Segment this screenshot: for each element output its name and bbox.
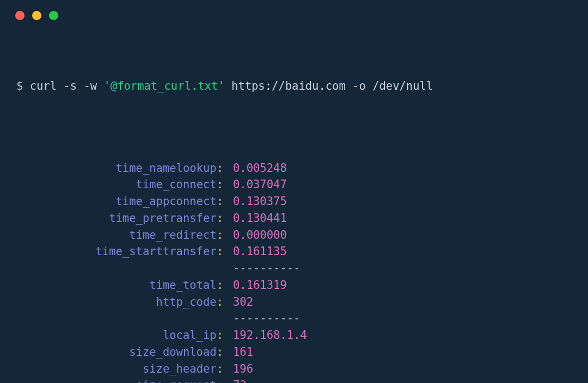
- output-block: time_namelookup:0.005248time_connect:0.0…: [16, 160, 572, 384]
- metric-row: time_redirect:0.000000: [16, 227, 572, 244]
- metric-row: time_connect:0.037047: [16, 176, 572, 193]
- metric-key: time_pretransfer: [109, 212, 216, 225]
- colon: :: [217, 178, 223, 191]
- window-controls: [0, 0, 588, 20]
- metric-key: time_starttransfer: [95, 245, 216, 258]
- colon: :: [217, 279, 223, 292]
- metric-value: 302: [223, 294, 253, 311]
- command-part1: curl -s -w: [30, 79, 97, 92]
- metric-value: 0.037047: [223, 176, 287, 193]
- metric-row: local_ip:192.168.1.4: [16, 327, 572, 344]
- colon: :: [217, 162, 223, 175]
- separator-dashes: ----------: [223, 260, 300, 277]
- colon: :: [217, 295, 223, 308]
- colon: :: [217, 379, 223, 383]
- metric-key: time_namelookup: [116, 162, 217, 175]
- metric-row: time_pretransfer:0.130441: [16, 210, 572, 227]
- metric-value: 192.168.1.4: [223, 327, 307, 344]
- metric-row: time_namelookup:0.005248: [16, 160, 572, 177]
- metric-key: local_ip: [163, 329, 217, 342]
- metric-row: time_appconnect:0.130375: [16, 193, 572, 210]
- command-string-arg: '@format_curl.txt': [103, 79, 224, 92]
- metric-value: 0.000000: [223, 227, 287, 244]
- metric-key: size_request: [136, 379, 217, 383]
- metric-key: size_download: [129, 345, 216, 359]
- colon: :: [217, 245, 223, 258]
- metric-value: 196: [223, 361, 253, 378]
- separator-dashes: ----------: [223, 310, 300, 327]
- metric-row: size_request:73: [16, 377, 572, 383]
- metric-key: time_connect: [136, 178, 217, 191]
- metric-row: size_download:161: [16, 344, 572, 361]
- separator-row: ----------: [16, 260, 572, 277]
- metric-value: 161: [223, 344, 253, 361]
- separator-row: ----------: [16, 310, 572, 327]
- metric-value: 0.161319: [223, 277, 287, 294]
- metric-key: http_code: [156, 295, 217, 308]
- command-part2: https://baidu.com -o /dev/null: [231, 79, 433, 92]
- metric-row: size_header:196: [16, 361, 572, 378]
- colon: :: [217, 362, 223, 375]
- colon: :: [217, 329, 223, 342]
- metric-value: 0.130375: [223, 193, 287, 210]
- metric-value: 0.005248: [223, 160, 287, 177]
- metric-key: time_appconnect: [116, 195, 217, 208]
- metric-row: time_total:0.161319: [16, 277, 572, 294]
- colon: :: [217, 195, 223, 208]
- metric-key: time_redirect: [129, 228, 216, 242]
- colon: :: [217, 212, 223, 225]
- command-line: $ curl -s -w '@format_curl.txt' https://…: [16, 78, 572, 95]
- close-icon[interactable]: [15, 11, 24, 20]
- metric-value: 0.161135: [223, 243, 287, 260]
- metric-value: 73: [223, 377, 247, 383]
- colon: :: [217, 228, 223, 242]
- zoom-icon[interactable]: [49, 11, 58, 20]
- colon: :: [217, 345, 223, 359]
- minimize-icon[interactable]: [32, 11, 41, 20]
- metric-row: time_starttransfer:0.161135: [16, 243, 572, 260]
- metric-value: 0.130441: [223, 210, 287, 227]
- metric-row: http_code:302: [16, 294, 572, 311]
- terminal-output[interactable]: $ curl -s -w '@format_curl.txt' https://…: [0, 20, 588, 383]
- metric-key: time_total: [149, 279, 216, 292]
- prompt-symbol: $: [16, 79, 23, 92]
- metric-key: size_header: [143, 362, 217, 375]
